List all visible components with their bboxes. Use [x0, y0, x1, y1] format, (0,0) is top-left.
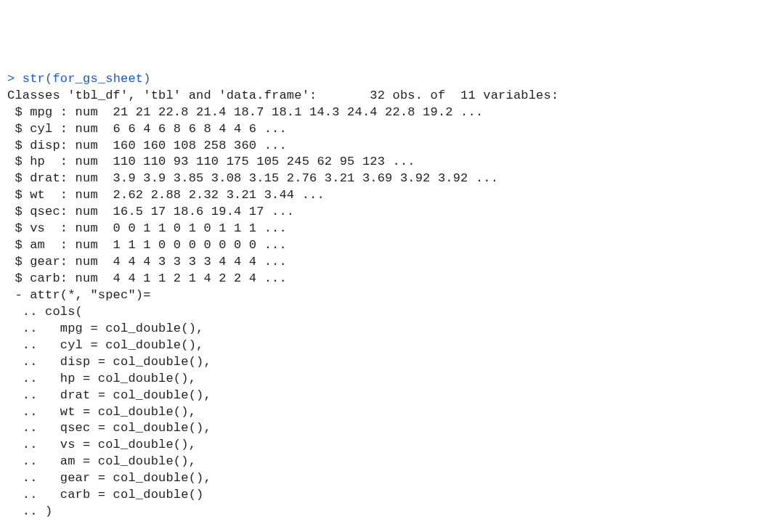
spec-col-line: .. wt = col_double(),	[7, 404, 757, 421]
spec-col-line: .. gear = col_double(),	[7, 470, 757, 487]
variable-line: $ drat: num 3.9 3.9 3.85 3.08 3.15 2.76 …	[7, 171, 757, 187]
classes-line: Classes 'tbl_df', 'tbl' and 'data.frame'…	[7, 88, 757, 105]
attr-line: - attr(*, "spec")=	[7, 287, 757, 304]
command-text: str(for_gs_sheet)	[15, 72, 150, 86]
variable-line: $ qsec: num 16.5 17 18.6 19.4 17 ...	[7, 204, 757, 221]
variable-line: $ vs : num 0 0 1 1 0 1 0 1 1 1 ...	[7, 221, 757, 237]
spec-col-line: .. cyl = col_double(),	[7, 337, 757, 354]
spec-col-line: .. carb = col_double()	[7, 487, 757, 504]
spec-col-line: .. hp = col_double(),	[7, 371, 757, 388]
cols-open: .. cols(	[7, 304, 757, 321]
prompt-symbol: >	[7, 72, 15, 86]
spec-col-line: .. drat = col_double(),	[7, 388, 757, 404]
variable-line: $ carb: num 4 4 1 1 2 1 4 2 2 4 ...	[7, 271, 757, 287]
variable-line: $ disp: num 160 160 108 258 360 ...	[7, 138, 757, 155]
variable-line: $ gear: num 4 4 4 3 3 3 3 4 4 4 ...	[7, 254, 757, 271]
variable-line: $ wt : num 2.62 2.88 2.32 3.21 3.44 ...	[7, 187, 757, 204]
spec-col-line: .. mpg = col_double(),	[7, 321, 757, 337]
variable-line: $ am : num 1 1 1 0 0 0 0 0 0 0 ...	[7, 237, 757, 254]
spec-col-line: .. vs = col_double(),	[7, 437, 757, 454]
variable-line: $ cyl : num 6 6 4 6 8 6 8 4 4 6 ...	[7, 121, 757, 138]
command-line: > str(for_gs_sheet)	[7, 71, 757, 88]
variable-line: $ mpg : num 21 21 22.8 21.4 18.7 18.1 14…	[7, 105, 757, 121]
spec-col-line: .. disp = col_double(),	[7, 354, 757, 371]
spec-col-line: .. am = col_double(),	[7, 454, 757, 470]
cols-close: .. )	[7, 504, 757, 520]
spec-col-line: .. qsec = col_double(),	[7, 420, 757, 437]
variable-line: $ hp : num 110 110 93 110 175 105 245 62…	[7, 154, 757, 171]
